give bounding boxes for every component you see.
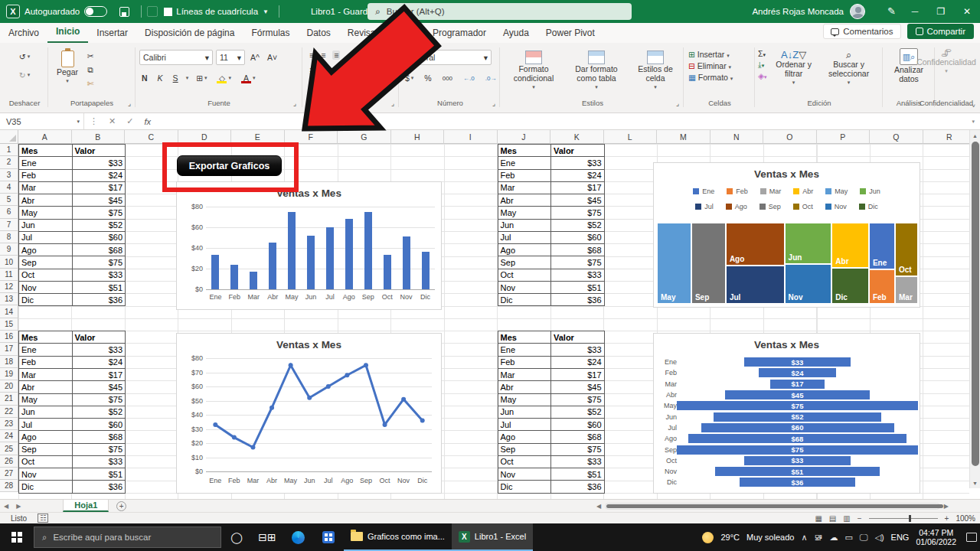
export-charts-button[interactable]: Exportar Graficos (177, 155, 282, 176)
value-cell[interactable]: $52 (551, 220, 605, 232)
value-cell[interactable]: $33 (551, 456, 605, 468)
value-cell[interactable]: $33 (73, 157, 126, 169)
tab-revisar[interactable]: Revisar (339, 24, 387, 43)
format-painter-icon[interactable]: ✄ (84, 77, 96, 90)
month-cell[interactable]: Mar (19, 182, 73, 194)
decrease-decimal-icon[interactable]: .0→ (483, 70, 499, 86)
row-header[interactable]: 4 (0, 181, 18, 194)
gridlines-label[interactable]: Líneas de cuadrícula (176, 7, 258, 16)
language-indicator[interactable]: ENG (891, 533, 910, 542)
italic-button[interactable]: K (155, 70, 165, 86)
legend-item[interactable]: Sep (760, 203, 781, 210)
accessibility-icon[interactable]: ☷ (38, 514, 48, 523)
dialog-launcher-icon[interactable]: ⌟ (391, 99, 394, 107)
cancel-icon[interactable]: ✕ (103, 116, 121, 126)
value-cell[interactable]: $68 (73, 244, 126, 256)
value-cell[interactable]: $75 (73, 394, 126, 406)
ribbon-display-icon[interactable]: ✎ (887, 5, 896, 17)
tab-power-pivot[interactable]: Power Pivot (537, 24, 603, 43)
value-cell[interactable]: $60 (551, 232, 605, 244)
share-button[interactable]: Compartir (907, 24, 974, 39)
row-header[interactable]: 23 (0, 418, 18, 430)
value-cell[interactable]: $17 (73, 369, 126, 381)
month-cell[interactable]: Ene (19, 344, 73, 356)
comments-button[interactable]: Comentarios (823, 24, 900, 39)
value-cell[interactable]: $52 (551, 406, 605, 419)
funnel-bar[interactable]: $45 (725, 390, 870, 399)
row-header[interactable]: 5 (0, 194, 18, 206)
row-header[interactable]: 21 (0, 393, 18, 405)
insert-function-icon[interactable]: fx (139, 117, 156, 126)
value-cell[interactable]: $52 (73, 220, 126, 232)
next-sheet-icon[interactable]: ▶ (12, 503, 24, 510)
add-sheet-button[interactable]: + (116, 501, 126, 511)
underline-button[interactable]: S (171, 70, 181, 86)
row-header[interactable]: 2 (0, 156, 18, 168)
zoom-out-icon[interactable]: − (858, 514, 862, 523)
legend-item[interactable]: Mar (760, 187, 782, 195)
bar[interactable] (250, 272, 257, 289)
treemap-tile[interactable]: Dic (831, 268, 869, 304)
row-header[interactable]: 16 (0, 331, 18, 343)
start-button[interactable] (0, 523, 34, 551)
month-cell[interactable]: Oct (498, 269, 552, 282)
month-cell[interactable]: Mar (498, 369, 552, 381)
bar[interactable] (364, 212, 372, 289)
bar[interactable] (422, 252, 430, 289)
column-header[interactable]: B (72, 130, 126, 144)
phone-icon[interactable]: 🖳 (814, 533, 822, 542)
month-cell[interactable]: Feb (498, 357, 552, 369)
row-header[interactable]: 25 (0, 442, 18, 455)
redo-button[interactable]: ↻▾ (17, 67, 32, 83)
tab-ayuda[interactable]: Ayuda (495, 24, 537, 43)
legend-item[interactable]: Abr (793, 187, 813, 195)
horizontal-scrollbar[interactable]: ◀ ▶ (593, 502, 952, 510)
month-cell[interactable]: Oct (498, 456, 552, 468)
excel-app-icon[interactable]: X (6, 5, 20, 18)
legend-item[interactable]: Dic (859, 203, 878, 210)
autosum-icon[interactable]: Σ▾ (758, 49, 767, 58)
column-header[interactable]: Q (870, 130, 923, 144)
value-cell[interactable]: $51 (73, 468, 126, 481)
month-cell[interactable]: Nov (19, 282, 73, 294)
insert-cells-button[interactable]: ⊞ Insertar ▾ (688, 50, 753, 59)
battery-icon[interactable]: ▭ (844, 533, 852, 543)
row-header[interactable]: 14 (0, 305, 18, 318)
row-header[interactable]: 6 (0, 206, 18, 218)
bar[interactable] (345, 219, 353, 289)
column-header[interactable]: P (817, 130, 871, 144)
value-cell[interactable]: $75 (551, 444, 605, 456)
funnel-bar[interactable]: $33 (744, 456, 851, 465)
minimize-button[interactable]: ─ (902, 0, 928, 23)
row-header[interactable]: 15 (0, 318, 18, 331)
cell-styles-button[interactable]: Estilos de celda▾ (631, 48, 680, 92)
column-header[interactable]: H (391, 130, 445, 144)
funnel-bar[interactable]: $75 (677, 401, 918, 410)
month-cell[interactable]: Dic (19, 481, 73, 493)
row-header[interactable]: 17 (0, 343, 18, 355)
legend-item[interactable]: Ene (693, 187, 714, 195)
treemap-tile[interactable]: Feb (869, 269, 895, 304)
row-header[interactable]: 19 (0, 368, 18, 380)
treemap-tile[interactable]: Jul (726, 266, 785, 304)
value-cell[interactable]: $75 (551, 256, 605, 269)
font-color-icon[interactable]: A▾ (239, 70, 258, 86)
value-cell[interactable]: $33 (551, 344, 605, 356)
tab-disposición-de-página[interactable]: Disposición de página (136, 24, 243, 43)
treemap-tile[interactable]: Sep (691, 223, 726, 304)
row-header[interactable]: 3 (0, 169, 18, 181)
month-cell[interactable]: May (498, 207, 552, 219)
month-cell[interactable]: Jul (19, 419, 73, 431)
font-size-combo[interactable]: 11▾ (216, 50, 245, 65)
month-cell[interactable]: Ene (498, 157, 552, 169)
taskbar-app-excel[interactable]: X Libro1 - Excel (452, 523, 533, 551)
month-cell[interactable]: Sep (498, 256, 552, 269)
value-cell[interactable]: $60 (551, 419, 605, 431)
bar[interactable] (384, 255, 391, 289)
month-cell[interactable]: Ago (498, 431, 552, 443)
value-cell[interactable]: $51 (551, 282, 605, 294)
sheet-tab-hoja1[interactable]: Hoja1 (63, 500, 109, 512)
funnel-bar[interactable]: $36 (740, 478, 855, 487)
funnel-bar[interactable]: $75 (677, 445, 918, 455)
value-cell[interactable]: $45 (73, 381, 126, 393)
